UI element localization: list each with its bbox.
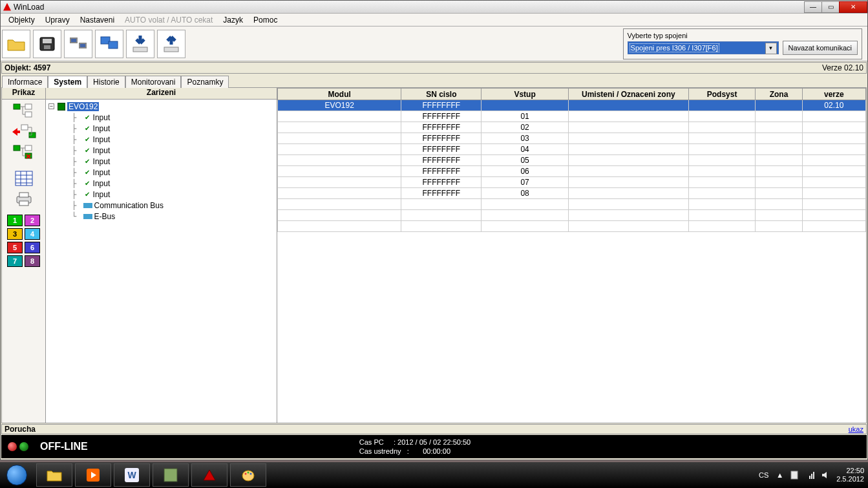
tree-node[interactable]: ├ Input: [48, 134, 274, 145]
tab-informace[interactable]: Informace: [2, 76, 48, 88]
tree-label: Input: [93, 157, 111, 166]
tree-node[interactable]: ├ Input: [48, 112, 274, 123]
tree-node[interactable]: −EVO192: [48, 101, 274, 112]
fault-link[interactable]: ukaz: [849, 425, 863, 433]
col-header[interactable]: Modul: [278, 89, 401, 100]
cmd-icon-1[interactable]: [11, 102, 37, 120]
table-row[interactable]: FFFFFFFF06: [278, 166, 866, 177]
col-header[interactable]: Vstup: [482, 89, 568, 100]
task-word[interactable]: W: [114, 463, 150, 487]
expander-icon[interactable]: −: [48, 103, 54, 109]
monitors-button[interactable]: [95, 30, 123, 58]
tree-node[interactable]: ├ Input: [48, 178, 274, 189]
table-row[interactable]: FFFFFFFF08: [278, 188, 866, 199]
area-grid: 12345678: [7, 215, 40, 267]
table-row[interactable]: FFFFFFFF01: [278, 111, 866, 122]
start-button[interactable]: [0, 463, 34, 487]
tabs: Informace System Historie Monitorovani P…: [1, 74, 867, 87]
tray-volume-icon[interactable]: [821, 471, 830, 480]
cmd-icon-3[interactable]: [11, 143, 37, 162]
svg-rect-16: [14, 145, 20, 151]
connect-button[interactable]: Navazat komunikaci: [783, 41, 858, 55]
tree-node[interactable]: └ E-Bus: [48, 211, 274, 222]
upload-button[interactable]: [157, 30, 185, 58]
area-1[interactable]: 1: [7, 215, 23, 226]
tree-label: EVO192: [67, 102, 99, 111]
word-icon: W: [124, 467, 140, 483]
system-tray[interactable]: CS ▲ 22:50 2.5.2012: [757, 467, 868, 483]
area-2[interactable]: 2: [25, 215, 40, 226]
open-folder-button[interactable]: [2, 30, 30, 58]
col-header[interactable]: SN cislo: [401, 89, 482, 100]
tray-up-icon[interactable]: ▲: [776, 471, 783, 479]
table-row[interactable]: FFFFFFFF03: [278, 133, 866, 144]
grid-header-row: ModulSN cisloVstupUmisteni / Oznaceni zo…: [278, 89, 866, 100]
task-winload[interactable]: [191, 463, 228, 487]
tray-action-center-icon[interactable]: [790, 471, 799, 480]
tree-node[interactable]: ├ Input: [48, 145, 274, 156]
area-6[interactable]: 6: [25, 242, 40, 253]
table-row[interactable]: [278, 210, 866, 221]
table-row[interactable]: EVO192FFFFFFFF02.10: [278, 100, 866, 111]
arrow-down-icon: [131, 34, 150, 54]
tree-node[interactable]: ├ Input: [48, 189, 274, 200]
minimize-button[interactable]: —: [804, 1, 822, 13]
area-8[interactable]: 8: [25, 255, 40, 267]
tree-node[interactable]: ├ Communication Bus: [48, 200, 274, 211]
task-app1[interactable]: [153, 463, 189, 487]
task-paint[interactable]: [230, 463, 266, 487]
menu-objekty[interactable]: Objekty: [3, 14, 40, 26]
devices-button[interactable]: [64, 30, 92, 58]
area-7[interactable]: 7: [7, 255, 23, 267]
tree-label: E-Bus: [94, 212, 116, 221]
tray-network-icon[interactable]: [805, 471, 814, 480]
cmd-icon-2[interactable]: [11, 123, 37, 141]
menu-upravy[interactable]: Upravy: [40, 14, 75, 26]
save-disk-button[interactable]: [33, 30, 61, 58]
close-button[interactable]: ✕: [839, 1, 867, 13]
download-button[interactable]: [126, 30, 154, 58]
table-row[interactable]: FFFFFFFF02: [278, 122, 866, 133]
tree[interactable]: −EVO192 ├ Input ├ Input ├ Input ├ Input …: [46, 100, 277, 223]
tree-node[interactable]: ├ Input: [48, 156, 274, 167]
tray-language[interactable]: CS: [757, 469, 770, 482]
table-row[interactable]: [278, 199, 866, 210]
tab-poznamky[interactable]: Poznamky: [181, 76, 229, 88]
tab-system[interactable]: System: [48, 76, 87, 88]
status-times: Cas PC : 2012 / 05 / 02 22:50:50 Cas ust…: [359, 438, 471, 456]
module-grid[interactable]: ModulSN cisloVstupUmisteni / Oznaceni zo…: [277, 88, 866, 232]
tree-node[interactable]: ├ Input: [48, 167, 274, 178]
menu-pomoc[interactable]: Pomoc: [248, 14, 282, 26]
area-4[interactable]: 4: [25, 228, 40, 240]
table-row[interactable]: FFFFFFFF05: [278, 155, 866, 166]
menu-nastaveni[interactable]: Nastaveni: [75, 14, 120, 26]
fault-label: Porucha: [5, 425, 36, 434]
col-header[interactable]: verze: [802, 89, 865, 100]
col-header[interactable]: Zona: [756, 89, 802, 100]
titlebar[interactable]: WinLoad — ▭ ✕: [1, 1, 867, 14]
svg-rect-6: [80, 44, 85, 47]
menu-jazyk[interactable]: Jazyk: [218, 14, 248, 26]
table-row[interactable]: [278, 221, 866, 232]
task-explorer[interactable]: [36, 463, 72, 487]
taskbar[interactable]: W CS ▲ 22:50 2.5.2012: [0, 462, 868, 488]
panel-icon: [58, 103, 65, 111]
col-header[interactable]: Podsyst: [688, 89, 755, 100]
table-row[interactable]: FFFFFFFF07: [278, 177, 866, 188]
tree-panel: Zarizeni −EVO192 ├ Input ├ Input ├ Input…: [46, 88, 277, 423]
svg-rect-1: [43, 39, 52, 43]
table-row[interactable]: FFFFFFFF04: [278, 144, 866, 155]
area-5[interactable]: 5: [7, 242, 23, 253]
col-header[interactable]: Umisteni / Oznaceni zony: [568, 89, 688, 100]
maximize-button[interactable]: ▭: [821, 1, 840, 13]
cmd-icon-print[interactable]: [11, 190, 37, 208]
tree-node[interactable]: ├ Input: [48, 123, 274, 134]
cmd-icon-grid[interactable]: [11, 169, 37, 187]
connection-select[interactable]: Spojeni pres I306 / I307[F6]: [628, 41, 779, 54]
area-3[interactable]: 3: [7, 228, 23, 240]
palette-icon: [241, 468, 255, 482]
tab-monitorovani[interactable]: Monitorovani: [125, 76, 182, 88]
task-media[interactable]: [75, 463, 111, 487]
tray-clock[interactable]: 22:50 2.5.2012: [836, 467, 864, 483]
tab-historie[interactable]: Historie: [87, 76, 125, 88]
